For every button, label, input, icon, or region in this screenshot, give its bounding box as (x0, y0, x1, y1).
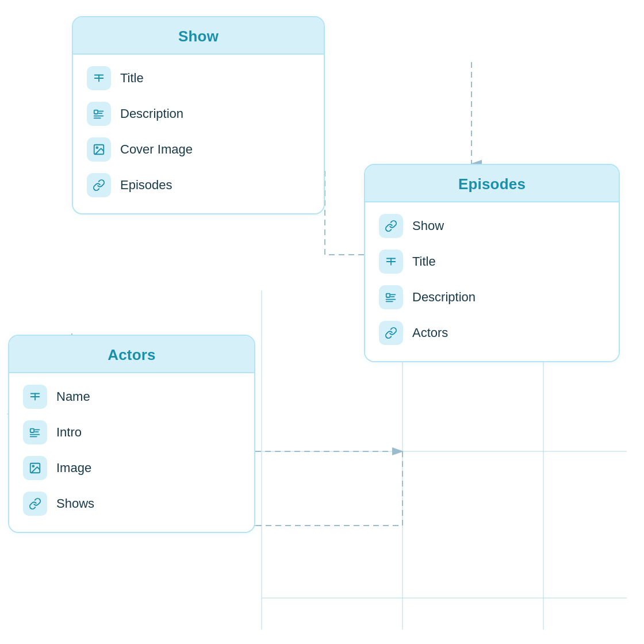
relation-icon-show-episodes (87, 173, 111, 197)
field-actors-shows: Shows (18, 486, 245, 522)
field-actors-name: Name (18, 379, 245, 415)
field-episodes-show: Show (374, 208, 610, 244)
svg-rect-30 (30, 429, 34, 432)
relation-icon-actors-shows (23, 492, 47, 516)
relation-icon-episodes-actors (379, 321, 403, 345)
field-actors-intro-label: Intro (56, 425, 82, 440)
field-episodes-actors: Actors (374, 315, 610, 351)
field-episodes-title: Title (374, 244, 610, 279)
field-episodes-description: Description (374, 279, 610, 315)
card-episodes-fields: Show Title Description Act (365, 202, 619, 361)
field-show-description: Description (82, 96, 315, 132)
svg-rect-22 (386, 294, 390, 297)
field-actors-image: Image (18, 450, 245, 486)
card-actors-fields: Name Intro Image Shows (9, 373, 254, 532)
svg-point-18 (96, 147, 98, 148)
field-show-episodes-label: Episodes (120, 178, 172, 193)
svg-point-36 (32, 465, 34, 467)
field-episodes-title-label: Title (412, 254, 436, 269)
field-show-title-label: Title (120, 71, 144, 86)
field-actors-shows-label: Shows (56, 496, 94, 511)
card-episodes-header: Episodes (365, 165, 619, 202)
field-show-description-label: Description (120, 106, 183, 121)
card-actors-title: Actors (108, 346, 156, 363)
svg-rect-12 (94, 110, 98, 114)
text-icon-episodes (379, 250, 403, 274)
field-show-title: Title (82, 60, 315, 96)
text-icon-actors (23, 385, 47, 409)
field-episodes-description-label: Description (412, 290, 476, 305)
rich-text-icon-actors (23, 420, 47, 444)
rich-text-icon (87, 102, 111, 126)
diagram-container: Show Title Description (0, 0, 644, 644)
image-icon-actors (23, 456, 47, 480)
field-episodes-show-label: Show (412, 218, 444, 233)
card-actors: Actors Name Intro Image (8, 335, 255, 533)
field-actors-intro: Intro (18, 415, 245, 450)
card-show-title: Show (178, 28, 218, 45)
field-actors-name-label: Name (56, 389, 90, 404)
field-show-episodes: Episodes (82, 167, 315, 203)
card-episodes-title: Episodes (458, 175, 526, 193)
field-actors-image-label: Image (56, 461, 91, 476)
card-show-fields: Title Description Cover Image (73, 55, 324, 213)
card-episodes: Episodes Show Title Des (364, 164, 620, 362)
field-show-cover-image: Cover Image (82, 132, 315, 167)
relation-icon-episodes-show (379, 214, 403, 238)
image-icon (87, 137, 111, 162)
card-actors-header: Actors (9, 336, 254, 373)
card-show-header: Show (73, 17, 324, 55)
field-show-cover-image-label: Cover Image (120, 142, 193, 157)
field-episodes-actors-label: Actors (412, 325, 448, 340)
card-show: Show Title Description (72, 16, 325, 214)
text-icon (87, 66, 111, 90)
rich-text-icon-episodes (379, 285, 403, 309)
